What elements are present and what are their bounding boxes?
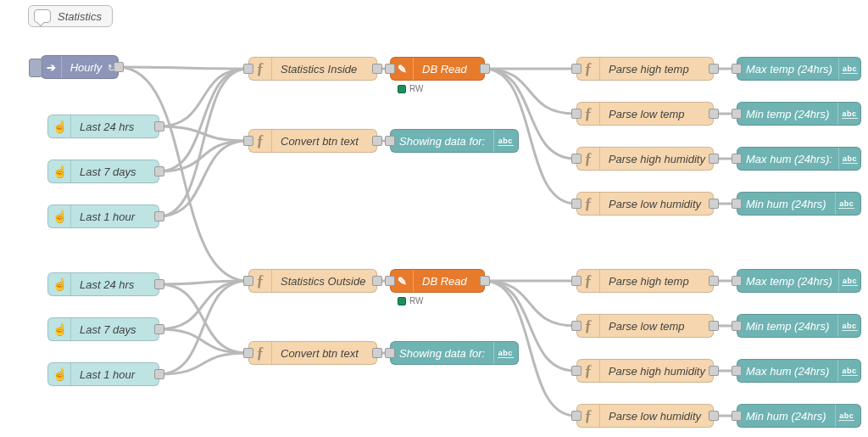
input-port[interactable] xyxy=(243,348,253,358)
ui-text-showing-data-outside[interactable]: Showing data for:abc xyxy=(390,341,519,365)
input-port[interactable] xyxy=(385,348,395,358)
output-port[interactable] xyxy=(480,64,490,74)
output-port[interactable] xyxy=(709,366,719,376)
ui-button-inside-2[interactable]: ☝Last 1 hour xyxy=(47,204,159,228)
node-label: Max temp (24hrs) xyxy=(737,63,838,76)
ui-text-output-inside-0[interactable]: Max temp (24hrs)abc xyxy=(737,57,861,81)
output-port[interactable] xyxy=(709,109,719,119)
wire[interactable] xyxy=(118,67,248,69)
output-port[interactable] xyxy=(372,276,382,286)
output-port[interactable] xyxy=(372,136,382,146)
output-port[interactable] xyxy=(372,64,382,74)
node-type-icon: abc xyxy=(837,360,860,382)
input-port[interactable] xyxy=(243,276,253,286)
output-port[interactable] xyxy=(154,121,164,132)
wire[interactable] xyxy=(159,281,248,329)
input-port[interactable] xyxy=(571,64,581,74)
node-label: Statistics Outside xyxy=(272,275,374,288)
fn-parse-inside-0[interactable]: ƒParse high temp xyxy=(576,57,714,81)
fn-parse-outside-0[interactable]: ƒParse high temp xyxy=(576,269,714,293)
wire[interactable] xyxy=(159,284,248,353)
output-port[interactable] xyxy=(154,211,164,221)
ui-text-output-outside-2[interactable]: Max hum (24hrs)abc xyxy=(737,359,861,383)
output-port[interactable] xyxy=(154,166,164,176)
wire[interactable] xyxy=(484,69,576,114)
node-label: Last 24 hrs xyxy=(71,278,142,291)
ui-button-inside-0[interactable]: ☝Last 24 hrs xyxy=(47,115,159,138)
input-port[interactable] xyxy=(571,411,581,421)
node-label: Convert btn text xyxy=(272,135,367,148)
wire[interactable] xyxy=(159,281,248,374)
input-port[interactable] xyxy=(571,199,581,209)
ui-button-inside-1[interactable]: ☝Last 7 days xyxy=(47,160,159,183)
input-port[interactable] xyxy=(571,321,581,331)
input-port[interactable] xyxy=(732,109,742,119)
output-port[interactable] xyxy=(154,324,164,334)
input-port[interactable] xyxy=(732,154,742,164)
ui-text-showing-data-inside[interactable]: Showing data for:abc xyxy=(390,129,519,153)
wire[interactable] xyxy=(159,329,248,353)
ui-text-output-outside-3[interactable]: Min hum (24hrs)abc xyxy=(737,404,861,428)
input-port[interactable] xyxy=(243,64,253,74)
input-port[interactable] xyxy=(732,276,742,286)
wire[interactable] xyxy=(159,69,248,216)
node-label: Parse low humidity xyxy=(600,410,709,423)
ui-text-output-outside-0[interactable]: Max temp (24hrs)abc xyxy=(737,269,861,293)
output-port[interactable] xyxy=(154,369,164,379)
fn-convert-btn-text-inside[interactable]: ƒConvert btn text xyxy=(248,129,377,153)
fn-parse-inside-1[interactable]: ƒParse low temp xyxy=(576,102,714,126)
wire[interactable] xyxy=(159,281,248,284)
output-port[interactable] xyxy=(709,276,719,286)
ui-button-outside-0[interactable]: ☝Last 24 hrs xyxy=(47,272,159,296)
output-port[interactable] xyxy=(709,154,719,164)
input-port[interactable] xyxy=(243,136,253,146)
ui-button-outside-1[interactable]: ☝Last 7 days xyxy=(47,317,159,341)
inject-trigger[interactable] xyxy=(29,59,42,77)
input-port[interactable] xyxy=(571,276,581,286)
ui-text-output-inside-1[interactable]: Min temp (24hrs)abc xyxy=(737,102,861,126)
input-port[interactable] xyxy=(732,321,742,331)
input-port[interactable] xyxy=(732,411,742,421)
wire[interactable] xyxy=(159,69,248,126)
output-port[interactable] xyxy=(114,62,124,72)
input-port[interactable] xyxy=(571,366,581,376)
output-port[interactable] xyxy=(372,348,382,358)
fn-convert-btn-text-outside[interactable]: ƒConvert btn text xyxy=(248,341,377,365)
fn-statistics-inside[interactable]: ƒStatistics Inside xyxy=(248,57,377,81)
db-read-inside[interactable]: ✎DB ReadRW xyxy=(390,57,485,81)
fn-parse-outside-3[interactable]: ƒParse low humidity xyxy=(576,404,714,428)
output-port[interactable] xyxy=(154,279,164,289)
input-port[interactable] xyxy=(571,154,581,164)
ui-text-output-outside-1[interactable]: Min temp (24hrs)abc xyxy=(737,314,861,338)
db-read-outside[interactable]: ✎DB ReadRW xyxy=(390,269,485,293)
node-label: Min temp (24hrs) xyxy=(737,320,837,333)
input-port[interactable] xyxy=(385,136,395,146)
fn-parse-outside-2[interactable]: ƒParse high humidity xyxy=(576,359,714,383)
output-port[interactable] xyxy=(709,64,719,74)
fn-parse-outside-1[interactable]: ƒParse low temp xyxy=(576,314,714,338)
fn-parse-inside-3[interactable]: ƒParse low humidity xyxy=(576,192,714,216)
ui-button-outside-2[interactable]: ☝Last 1 hour xyxy=(47,362,159,386)
ui-text-output-inside-2[interactable]: Max hum (24hrs):abc xyxy=(737,147,861,171)
input-port[interactable] xyxy=(385,276,395,286)
ui-text-output-inside-3[interactable]: Min hum (24hrs)abc xyxy=(737,192,861,216)
input-port[interactable] xyxy=(732,366,742,376)
inject-hourly[interactable]: ➔Hourly ↻ xyxy=(41,55,119,79)
fn-statistics-outside[interactable]: ƒStatistics Outside xyxy=(248,269,377,293)
wire[interactable] xyxy=(159,126,248,141)
output-port[interactable] xyxy=(480,276,490,286)
fn-parse-inside-2[interactable]: ƒParse high humidity xyxy=(576,147,714,171)
input-port[interactable] xyxy=(732,199,742,209)
input-port[interactable] xyxy=(732,64,742,74)
status-text: RW xyxy=(409,296,423,305)
output-port[interactable] xyxy=(709,411,719,421)
input-port[interactable] xyxy=(571,109,581,119)
wire[interactable] xyxy=(159,69,248,171)
wire[interactable] xyxy=(159,353,248,374)
output-port[interactable] xyxy=(709,321,719,331)
wire[interactable] xyxy=(484,281,576,326)
input-port[interactable] xyxy=(385,64,395,74)
wire[interactable] xyxy=(159,141,248,216)
output-port[interactable] xyxy=(709,199,719,209)
wire[interactable] xyxy=(159,141,248,171)
